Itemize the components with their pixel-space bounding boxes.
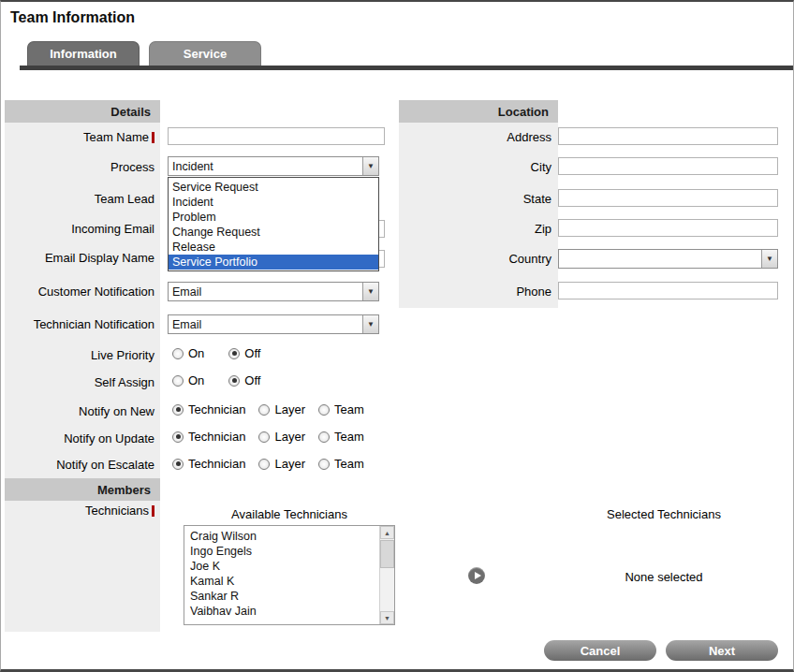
tab-strip-divider bbox=[20, 66, 793, 70]
chevron-down-icon[interactable]: ▼ bbox=[362, 157, 378, 175]
notify-update-layer-radio[interactable]: Layer bbox=[258, 430, 305, 444]
address-input[interactable] bbox=[558, 127, 778, 145]
process-label: Process bbox=[5, 160, 154, 174]
technician-option[interactable]: Sankar R bbox=[184, 589, 379, 604]
notify-escalate-technician-radio[interactable]: Technician bbox=[172, 457, 245, 471]
process-option[interactable]: Problem bbox=[169, 210, 378, 225]
tab-information-label: Information bbox=[50, 47, 117, 61]
technician-notification-select-value: Email bbox=[169, 318, 362, 331]
notify-update-team-radio[interactable]: Team bbox=[318, 430, 364, 444]
radio-icon bbox=[318, 431, 330, 443]
technician-option[interactable]: Kamal K bbox=[184, 574, 379, 589]
available-technicians-listbox[interactable]: Craig WilsonIngo EngelsJoe KKamal KSanka… bbox=[184, 525, 395, 625]
notify-new-team-radio[interactable]: Team bbox=[318, 402, 364, 416]
zip-input[interactable] bbox=[558, 219, 778, 237]
notify-escalate-team-radio[interactable]: Team bbox=[318, 457, 364, 471]
technicians-label: Technicians bbox=[5, 504, 154, 518]
move-right-button[interactable] bbox=[468, 567, 485, 584]
self-assign-off-radio[interactable]: Off bbox=[228, 373, 260, 387]
state-input[interactable] bbox=[558, 189, 778, 207]
team-name-label: Team Name bbox=[5, 130, 154, 144]
radio-icon bbox=[258, 404, 270, 416]
country-select[interactable]: ▼ bbox=[558, 249, 778, 269]
available-technicians-title: Available Technicians bbox=[184, 507, 395, 521]
incoming-email-label: Incoming Email bbox=[5, 222, 154, 236]
process-option[interactable]: Service Portfolio bbox=[169, 255, 378, 270]
chevron-down-icon[interactable]: ▼ bbox=[362, 283, 378, 300]
technician-option[interactable]: Ingo Engels bbox=[184, 544, 379, 559]
scrollbar-thumb[interactable] bbox=[380, 540, 394, 568]
radio-icon bbox=[172, 375, 184, 387]
radio-icon bbox=[318, 404, 330, 416]
notify-on-update-radio-group: Technician Layer Team bbox=[172, 430, 364, 444]
chevron-down-icon[interactable]: ▼ bbox=[362, 315, 378, 333]
location-section-header: Location bbox=[399, 100, 558, 123]
self-assign-radio-group: On Off bbox=[172, 373, 260, 387]
scroll-up-icon[interactable]: ▲ bbox=[380, 526, 394, 539]
radio-checked-icon bbox=[228, 348, 240, 359]
next-button[interactable]: Next bbox=[666, 640, 778, 661]
scroll-down-icon[interactable]: ▼ bbox=[380, 611, 394, 624]
radio-icon bbox=[172, 348, 184, 359]
process-select[interactable]: Incident ▼ bbox=[168, 156, 379, 176]
notify-on-new-radio-group: Technician Layer Team bbox=[172, 402, 364, 416]
self-assign-on-radio[interactable]: On bbox=[172, 373, 204, 387]
notify-new-technician-radio[interactable]: Technician bbox=[172, 402, 245, 416]
team-name-input[interactable] bbox=[168, 127, 385, 145]
listbox-scrollbar[interactable]: ▲ ▼ bbox=[379, 526, 394, 624]
cancel-button[interactable]: Cancel bbox=[544, 640, 656, 661]
page-title: Team Information bbox=[10, 9, 135, 26]
zip-label: Zip bbox=[399, 222, 551, 236]
notify-new-layer-radio[interactable]: Layer bbox=[258, 402, 305, 416]
notify-on-escalate-label: Notify on Escalate bbox=[5, 458, 154, 472]
radio-icon bbox=[318, 459, 330, 470]
radio-icon bbox=[258, 459, 270, 470]
technician-list: Craig WilsonIngo EngelsJoe KKamal KSanka… bbox=[184, 529, 379, 624]
arrow-right-icon bbox=[475, 572, 481, 579]
live-priority-radio-group: On Off bbox=[172, 346, 260, 360]
state-label: State bbox=[399, 192, 551, 206]
notify-on-new-label: Notify on New bbox=[5, 404, 154, 418]
required-marker bbox=[152, 132, 154, 143]
technician-option[interactable]: Craig Wilson bbox=[184, 529, 379, 544]
notify-on-escalate-radio-group: Technician Layer Team bbox=[172, 457, 364, 471]
live-priority-on-radio[interactable]: On bbox=[172, 346, 204, 360]
details-section-header: Details bbox=[5, 100, 160, 123]
radio-checked-icon bbox=[172, 404, 184, 416]
process-option[interactable]: Incident bbox=[169, 195, 378, 210]
required-marker bbox=[152, 505, 154, 517]
process-select-value: Incident bbox=[169, 160, 362, 173]
tab-information[interactable]: Information bbox=[27, 41, 140, 66]
customer-notification-select-value: Email bbox=[169, 285, 362, 299]
technician-notification-select[interactable]: Email ▼ bbox=[168, 314, 379, 334]
live-priority-off-radio[interactable]: Off bbox=[228, 346, 260, 360]
phone-input[interactable] bbox=[558, 282, 778, 299]
country-label: Country bbox=[399, 252, 551, 266]
technician-notification-label: Technician Notification bbox=[5, 317, 154, 331]
radio-icon bbox=[258, 431, 270, 443]
process-option[interactable]: Release bbox=[169, 240, 378, 255]
team-lead-label: Team Lead bbox=[5, 192, 154, 206]
technician-option[interactable]: Joe K bbox=[184, 559, 379, 574]
selected-technicians-empty: None selected bbox=[561, 570, 767, 584]
details-label-column bbox=[5, 100, 160, 632]
customer-notification-select[interactable]: Email ▼ bbox=[168, 282, 379, 301]
email-display-name-label: Email Display Name bbox=[5, 251, 154, 265]
process-option[interactable]: Service Request bbox=[169, 180, 378, 195]
process-options-list: Service RequestIncidentProblemChange Req… bbox=[168, 177, 379, 271]
address-label: Address bbox=[399, 130, 551, 144]
notify-on-update-label: Notify on Update bbox=[5, 431, 154, 446]
tab-service-label: Service bbox=[184, 47, 227, 61]
radio-checked-icon bbox=[172, 459, 184, 470]
notify-escalate-layer-radio[interactable]: Layer bbox=[258, 457, 305, 471]
customer-notification-label: Customer Notification bbox=[5, 285, 154, 299]
process-option[interactable]: Change Request bbox=[169, 225, 378, 240]
city-label: City bbox=[399, 160, 551, 174]
technician-option[interactable]: Vaibhav Jain bbox=[184, 604, 379, 619]
city-input[interactable] bbox=[558, 157, 778, 175]
tab-service[interactable]: Service bbox=[149, 41, 261, 66]
phone-label: Phone bbox=[399, 285, 551, 299]
live-priority-label: Live Priority bbox=[5, 348, 154, 362]
notify-update-technician-radio[interactable]: Technician bbox=[172, 430, 245, 444]
chevron-down-icon[interactable]: ▼ bbox=[761, 250, 777, 268]
